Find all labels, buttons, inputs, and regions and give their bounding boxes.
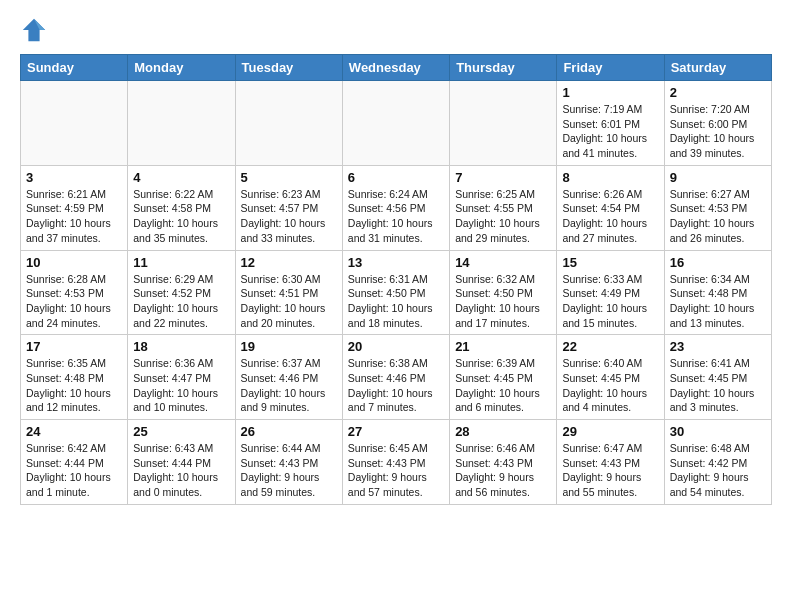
calendar-cell: 26Sunrise: 6:44 AMSunset: 4:43 PMDayligh… — [235, 420, 342, 505]
day-info: Sunrise: 6:45 AMSunset: 4:43 PMDaylight:… — [348, 441, 444, 500]
day-info: Sunrise: 6:41 AMSunset: 4:45 PMDaylight:… — [670, 356, 766, 415]
weekday-header-wednesday: Wednesday — [342, 55, 449, 81]
day-info: Sunrise: 6:48 AMSunset: 4:42 PMDaylight:… — [670, 441, 766, 500]
day-number: 22 — [562, 339, 658, 354]
day-info: Sunrise: 6:33 AMSunset: 4:49 PMDaylight:… — [562, 272, 658, 331]
calendar-cell: 6Sunrise: 6:24 AMSunset: 4:56 PMDaylight… — [342, 165, 449, 250]
calendar-cell: 12Sunrise: 6:30 AMSunset: 4:51 PMDayligh… — [235, 250, 342, 335]
calendar-cell: 29Sunrise: 6:47 AMSunset: 4:43 PMDayligh… — [557, 420, 664, 505]
day-number: 9 — [670, 170, 766, 185]
day-info: Sunrise: 6:23 AMSunset: 4:57 PMDaylight:… — [241, 187, 337, 246]
day-number: 7 — [455, 170, 551, 185]
day-info: Sunrise: 6:24 AMSunset: 4:56 PMDaylight:… — [348, 187, 444, 246]
day-number: 12 — [241, 255, 337, 270]
calendar-cell: 21Sunrise: 6:39 AMSunset: 4:45 PMDayligh… — [450, 335, 557, 420]
day-number: 19 — [241, 339, 337, 354]
day-info: Sunrise: 6:40 AMSunset: 4:45 PMDaylight:… — [562, 356, 658, 415]
day-number: 1 — [562, 85, 658, 100]
weekday-header-monday: Monday — [128, 55, 235, 81]
day-number: 5 — [241, 170, 337, 185]
calendar-cell: 19Sunrise: 6:37 AMSunset: 4:46 PMDayligh… — [235, 335, 342, 420]
calendar-cell: 17Sunrise: 6:35 AMSunset: 4:48 PMDayligh… — [21, 335, 128, 420]
calendar-week-5: 24Sunrise: 6:42 AMSunset: 4:44 PMDayligh… — [21, 420, 772, 505]
day-info: Sunrise: 6:34 AMSunset: 4:48 PMDaylight:… — [670, 272, 766, 331]
calendar-cell: 8Sunrise: 6:26 AMSunset: 4:54 PMDaylight… — [557, 165, 664, 250]
day-number: 14 — [455, 255, 551, 270]
calendar-cell — [128, 81, 235, 166]
calendar-cell: 16Sunrise: 6:34 AMSunset: 4:48 PMDayligh… — [664, 250, 771, 335]
calendar-week-2: 3Sunrise: 6:21 AMSunset: 4:59 PMDaylight… — [21, 165, 772, 250]
calendar-cell: 2Sunrise: 7:20 AMSunset: 6:00 PMDaylight… — [664, 81, 771, 166]
day-number: 16 — [670, 255, 766, 270]
calendar-cell: 23Sunrise: 6:41 AMSunset: 4:45 PMDayligh… — [664, 335, 771, 420]
calendar-cell: 22Sunrise: 6:40 AMSunset: 4:45 PMDayligh… — [557, 335, 664, 420]
day-number: 4 — [133, 170, 229, 185]
day-number: 25 — [133, 424, 229, 439]
day-info: Sunrise: 6:26 AMSunset: 4:54 PMDaylight:… — [562, 187, 658, 246]
day-number: 10 — [26, 255, 122, 270]
logo — [20, 16, 52, 44]
day-number: 8 — [562, 170, 658, 185]
day-info: Sunrise: 6:28 AMSunset: 4:53 PMDaylight:… — [26, 272, 122, 331]
day-number: 26 — [241, 424, 337, 439]
day-number: 23 — [670, 339, 766, 354]
calendar-cell: 18Sunrise: 6:36 AMSunset: 4:47 PMDayligh… — [128, 335, 235, 420]
calendar-cell: 3Sunrise: 6:21 AMSunset: 4:59 PMDaylight… — [21, 165, 128, 250]
weekday-header-row: SundayMondayTuesdayWednesdayThursdayFrid… — [21, 55, 772, 81]
day-number: 21 — [455, 339, 551, 354]
calendar-cell: 15Sunrise: 6:33 AMSunset: 4:49 PMDayligh… — [557, 250, 664, 335]
calendar-week-3: 10Sunrise: 6:28 AMSunset: 4:53 PMDayligh… — [21, 250, 772, 335]
weekday-header-friday: Friday — [557, 55, 664, 81]
calendar-cell: 20Sunrise: 6:38 AMSunset: 4:46 PMDayligh… — [342, 335, 449, 420]
day-info: Sunrise: 6:22 AMSunset: 4:58 PMDaylight:… — [133, 187, 229, 246]
weekday-header-sunday: Sunday — [21, 55, 128, 81]
calendar-cell — [21, 81, 128, 166]
weekday-header-tuesday: Tuesday — [235, 55, 342, 81]
calendar-cell: 30Sunrise: 6:48 AMSunset: 4:42 PMDayligh… — [664, 420, 771, 505]
calendar-cell: 4Sunrise: 6:22 AMSunset: 4:58 PMDaylight… — [128, 165, 235, 250]
day-info: Sunrise: 6:30 AMSunset: 4:51 PMDaylight:… — [241, 272, 337, 331]
calendar-week-1: 1Sunrise: 7:19 AMSunset: 6:01 PMDaylight… — [21, 81, 772, 166]
calendar-week-4: 17Sunrise: 6:35 AMSunset: 4:48 PMDayligh… — [21, 335, 772, 420]
day-number: 18 — [133, 339, 229, 354]
day-info: Sunrise: 6:32 AMSunset: 4:50 PMDaylight:… — [455, 272, 551, 331]
day-info: Sunrise: 6:29 AMSunset: 4:52 PMDaylight:… — [133, 272, 229, 331]
day-number: 13 — [348, 255, 444, 270]
day-number: 20 — [348, 339, 444, 354]
day-info: Sunrise: 6:38 AMSunset: 4:46 PMDaylight:… — [348, 356, 444, 415]
calendar-cell: 28Sunrise: 6:46 AMSunset: 4:43 PMDayligh… — [450, 420, 557, 505]
day-number: 29 — [562, 424, 658, 439]
weekday-header-thursday: Thursday — [450, 55, 557, 81]
calendar-cell — [235, 81, 342, 166]
calendar-cell: 9Sunrise: 6:27 AMSunset: 4:53 PMDaylight… — [664, 165, 771, 250]
calendar-table: SundayMondayTuesdayWednesdayThursdayFrid… — [20, 54, 772, 505]
calendar-cell — [450, 81, 557, 166]
day-number: 6 — [348, 170, 444, 185]
page: SundayMondayTuesdayWednesdayThursdayFrid… — [0, 0, 792, 515]
day-info: Sunrise: 6:21 AMSunset: 4:59 PMDaylight:… — [26, 187, 122, 246]
day-number: 28 — [455, 424, 551, 439]
day-info: Sunrise: 6:47 AMSunset: 4:43 PMDaylight:… — [562, 441, 658, 500]
calendar-cell: 14Sunrise: 6:32 AMSunset: 4:50 PMDayligh… — [450, 250, 557, 335]
day-info: Sunrise: 6:39 AMSunset: 4:45 PMDaylight:… — [455, 356, 551, 415]
day-info: Sunrise: 7:19 AMSunset: 6:01 PMDaylight:… — [562, 102, 658, 161]
header — [20, 16, 772, 44]
day-number: 15 — [562, 255, 658, 270]
day-info: Sunrise: 7:20 AMSunset: 6:00 PMDaylight:… — [670, 102, 766, 161]
day-info: Sunrise: 6:27 AMSunset: 4:53 PMDaylight:… — [670, 187, 766, 246]
day-number: 11 — [133, 255, 229, 270]
calendar-cell: 7Sunrise: 6:25 AMSunset: 4:55 PMDaylight… — [450, 165, 557, 250]
day-number: 3 — [26, 170, 122, 185]
day-number: 30 — [670, 424, 766, 439]
day-number: 27 — [348, 424, 444, 439]
day-info: Sunrise: 6:43 AMSunset: 4:44 PMDaylight:… — [133, 441, 229, 500]
calendar-cell: 13Sunrise: 6:31 AMSunset: 4:50 PMDayligh… — [342, 250, 449, 335]
day-number: 2 — [670, 85, 766, 100]
day-number: 17 — [26, 339, 122, 354]
day-info: Sunrise: 6:36 AMSunset: 4:47 PMDaylight:… — [133, 356, 229, 415]
calendar-cell: 10Sunrise: 6:28 AMSunset: 4:53 PMDayligh… — [21, 250, 128, 335]
day-info: Sunrise: 6:35 AMSunset: 4:48 PMDaylight:… — [26, 356, 122, 415]
calendar-cell: 1Sunrise: 7:19 AMSunset: 6:01 PMDaylight… — [557, 81, 664, 166]
calendar-cell: 11Sunrise: 6:29 AMSunset: 4:52 PMDayligh… — [128, 250, 235, 335]
day-info: Sunrise: 6:46 AMSunset: 4:43 PMDaylight:… — [455, 441, 551, 500]
